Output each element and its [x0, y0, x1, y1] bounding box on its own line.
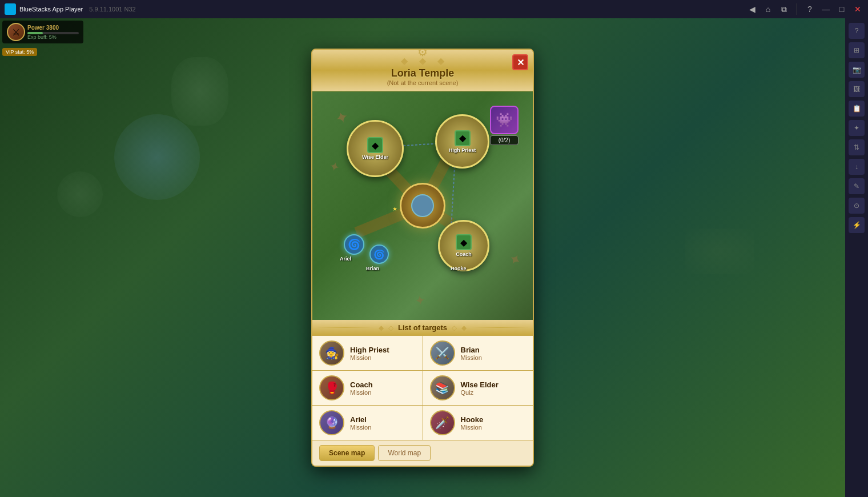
targets-section: ◆ ◇ List of targets ◇ ◆ 🧙 High Priest Mi…: [312, 320, 533, 466]
ariel-marker[interactable]: 🌀: [344, 234, 364, 255]
target-name-hooke: Hooke: [461, 415, 527, 424]
target-item-wise-elder[interactable]: 📚 Wise Elder Quiz: [423, 371, 533, 405]
node-wise-elder-label: Wise Elder: [362, 154, 388, 160]
map-gem-2: ★: [392, 206, 397, 212]
spike-decoration-2: ✦: [328, 159, 341, 176]
ariel-marker-label: Ariel: [340, 256, 351, 262]
modal-close-button[interactable]: ✕: [512, 54, 528, 70]
modal-header: ⚙ ◆ ◆ ◆ Loria Temple (Not at the current…: [312, 50, 533, 91]
spike-decoration-3: ✦: [505, 250, 525, 271]
target-type-ariel: Mission: [350, 424, 416, 431]
target-type-high-priest: Mission: [350, 354, 416, 361]
header-line-left: [316, 327, 374, 328]
loria-temple-modal: ⚙ ◆ ◆ ◆ Loria Temple (Not at the current…: [311, 49, 534, 467]
wise-elder-gem-icon: ◆: [367, 137, 383, 153]
enemy-count: (0/2): [490, 135, 519, 145]
avatar-hooke: 🗡️: [430, 410, 455, 435]
high-priest-gem-icon: ◆: [455, 130, 471, 146]
targets-title: List of targets: [398, 323, 447, 332]
avatar-ariel: 🔮: [319, 410, 344, 435]
target-name-wise-elder: Wise Elder: [461, 380, 527, 389]
close-window-button[interactable]: ✕: [852, 3, 863, 15]
app-version: 5.9.11.1001 N32: [89, 6, 135, 13]
node-wise-elder[interactable]: ◆ Wise Elder: [347, 120, 404, 177]
app-title-text: BlueStacks App Player: [19, 6, 83, 13]
sidebar-icon-11[interactable]: ⚡: [849, 217, 865, 233]
avatar-wise-elder: 📚: [430, 375, 455, 400]
right-sidebar: ? ⊞ 📷 🖼 📋 ✦ ⇅ ↓ ✎ ⊙ ⚡: [845, 18, 868, 497]
modal-overlay: ⚙ ◆ ◆ ◆ Loria Temple (Not at the current…: [0, 18, 845, 497]
node-coach[interactable]: ◆ Coach: [438, 220, 489, 271]
target-info-coach: Coach Mission: [350, 380, 416, 396]
enemy-marker[interactable]: 👾 (0/2): [490, 106, 519, 145]
target-name-ariel: Ariel: [350, 415, 416, 424]
target-info-ariel: Ariel Mission: [350, 415, 416, 431]
sidebar-icon-6[interactable]: ✦: [849, 120, 865, 136]
brian-marker[interactable]: 🌀: [369, 245, 389, 264]
sidebar-icon-10[interactable]: ⊙: [849, 198, 865, 214]
targets-grid: 🧙 High Priest Mission ⚔️ Brian Mission: [312, 335, 533, 440]
help-button[interactable]: ?: [804, 3, 815, 15]
target-info-high-priest: High Priest Mission: [350, 346, 416, 361]
target-type-brian: Mission: [461, 354, 527, 361]
target-info-hooke: Hooke Mission: [461, 415, 527, 431]
sidebar-icon-1[interactable]: ?: [849, 23, 865, 39]
sidebar-icon-7[interactable]: ⇅: [849, 139, 865, 155]
target-name-coach: Coach: [350, 380, 416, 389]
spike-decoration: ✦: [332, 107, 351, 129]
modal-subtitle: (Not at the current scene): [335, 79, 510, 86]
hooke-map-label: Hooke: [451, 266, 467, 271]
target-item-hooke[interactable]: 🗡️ Hooke Mission: [423, 406, 533, 440]
titlebar-controls: ◀ ⌂ ⧉ ? — □ ✕: [746, 3, 863, 15]
spike-decoration-4: ✦: [414, 293, 427, 310]
sidebar-icon-8[interactable]: ↓: [849, 159, 865, 175]
world-map-tab[interactable]: World map: [378, 445, 431, 461]
node-coach-label: Coach: [456, 251, 472, 257]
sidebar-icon-5[interactable]: 📋: [849, 101, 865, 117]
sidebar-icon-9[interactable]: ✎: [849, 178, 865, 194]
sidebar-icon-2[interactable]: ⊞: [849, 42, 865, 58]
target-type-hooke: Mission: [461, 424, 527, 431]
target-type-wise-elder: Quiz: [461, 389, 527, 396]
nav-home-button[interactable]: ⌂: [762, 3, 774, 15]
app-title: BlueStacks App Player 5.9.11.1001 N32: [19, 6, 746, 13]
target-item-high-priest[interactable]: 🧙 High Priest Mission: [312, 336, 423, 370]
coach-gem-icon: ◆: [456, 234, 472, 250]
target-item-ariel[interactable]: 🔮 Ariel Mission: [312, 406, 423, 440]
scene-map-tab[interactable]: Scene map: [319, 445, 375, 461]
avatar-coach: 🥊: [319, 375, 344, 400]
target-info-brian: Brian Mission: [461, 346, 527, 361]
brian-marker-label: Brian: [366, 266, 379, 271]
sidebar-icon-3[interactable]: 📷: [849, 62, 865, 78]
avatar-brian: ⚔️: [430, 340, 455, 366]
enemy-icon: 👾: [490, 106, 519, 134]
node-high-priest-label: High Priest: [449, 147, 476, 153]
target-info-wise-elder: Wise Elder Quiz: [461, 380, 527, 396]
target-item-coach[interactable]: 🥊 Coach Mission: [312, 371, 423, 405]
target-item-brian[interactable]: ⚔️ Brian Mission: [423, 336, 533, 370]
node-high-priest[interactable]: ◆ High Priest: [435, 114, 489, 169]
temple-center-platform: [400, 183, 445, 229]
targets-header: ◆ ◇ List of targets ◇ ◆: [312, 320, 533, 335]
titlebar: BlueStacks App Player 5.9.11.1001 N32 ◀ …: [0, 0, 868, 18]
target-type-coach: Mission: [350, 389, 416, 396]
temple-inner-circle: [411, 194, 434, 217]
target-name-high-priest: High Priest: [350, 346, 416, 354]
nav-back-button[interactable]: ◀: [746, 3, 758, 15]
temple-map[interactable]: ◆ Wise Elder ✦ ✦ ◆ High Priest 🌀 Ariel 🌀…: [312, 91, 533, 320]
nav-copy-button[interactable]: ⧉: [778, 3, 790, 15]
bottom-tabs: Scene map World map: [312, 440, 533, 466]
minimize-button[interactable]: —: [820, 3, 831, 15]
header-line-right: [471, 327, 529, 328]
sidebar-icon-4[interactable]: 🖼: [849, 81, 865, 97]
avatar-high-priest: 🧙: [319, 340, 344, 366]
modal-title: Loria Temple: [335, 67, 510, 79]
app-logo: [5, 3, 16, 15]
maximize-button[interactable]: □: [836, 3, 847, 15]
target-name-brian: Brian: [461, 346, 527, 354]
